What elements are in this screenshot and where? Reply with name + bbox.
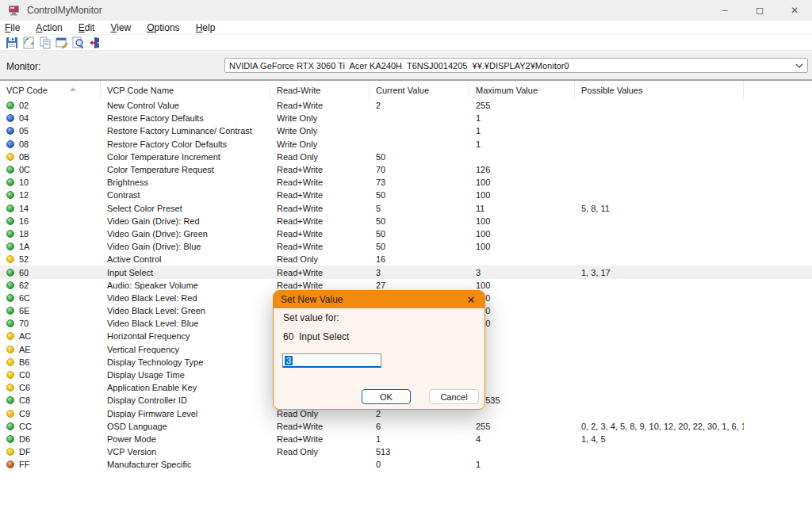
table-row[interactable]: 18Video Gain (Drive): GreenRead+Write501… bbox=[0, 227, 812, 240]
read-write-cell: Read Only bbox=[270, 409, 370, 418]
vcp-code: 6E bbox=[19, 306, 29, 315]
vcp-code: B6 bbox=[19, 357, 29, 367]
vcp-code-cell: 1A bbox=[0, 242, 101, 251]
table-row[interactable]: 10BrightnessRead+Write73100 bbox=[0, 176, 812, 189]
column-header-label: VCP Code Name bbox=[107, 86, 174, 95]
vcp-name-cell: Video Gain (Drive): Green bbox=[101, 229, 270, 239]
minimize-button[interactable]: – bbox=[707, 0, 742, 21]
read-write-cell: Write Only bbox=[270, 139, 370, 149]
current-value-cell: 50 bbox=[370, 152, 469, 162]
vcp-name-cell: Restore Factory Color Defaults bbox=[101, 139, 270, 149]
status-dot-icon bbox=[6, 127, 14, 135]
read-write-cell: Read+Write bbox=[270, 216, 370, 226]
table-row[interactable]: 12ContrastRead+Write50100 bbox=[0, 189, 812, 201]
table-row[interactable]: 16Video Gain (Drive): RedRead+Write50100 bbox=[0, 215, 812, 227]
status-dot-icon bbox=[6, 371, 14, 379]
current-value-cell: 0 bbox=[370, 460, 469, 469]
maximum-value-cell: 100 bbox=[469, 178, 575, 187]
vcp-code: C9 bbox=[19, 409, 30, 418]
vcp-code: 0C bbox=[19, 165, 30, 174]
vcp-code: 62 bbox=[19, 281, 29, 290]
properties-icon[interactable] bbox=[56, 36, 68, 49]
value-input[interactable]: 3 bbox=[282, 353, 381, 368]
ok-button[interactable]: OK bbox=[362, 389, 411, 404]
status-dot-icon bbox=[6, 384, 14, 392]
table-row[interactable]: CCOSD LanguageRead+Write62550, 2, 3, 4, … bbox=[0, 420, 812, 433]
controlmymonitor-window: ControlMyMonitor – ◻ ✕ File Action Edit … bbox=[0, 0, 812, 508]
table-row[interactable]: 14Select Color PresetRead+Write5115, 8, … bbox=[0, 202, 812, 215]
maximum-value-cell: 1 bbox=[469, 139, 575, 149]
column-header-read-write[interactable]: Read-Write bbox=[270, 81, 370, 99]
column-header-label: Possible Values bbox=[581, 86, 642, 95]
table-row[interactable]: 04Restore Factory DefaultsWrite Only1 bbox=[0, 112, 812, 124]
vcp-code: 1A bbox=[19, 242, 29, 251]
column-header-vcp-code-name[interactable]: VCP Code Name bbox=[101, 81, 270, 99]
status-dot-icon bbox=[6, 307, 14, 315]
table-row[interactable]: 1AVideo Gain (Drive): BlueRead+Write5010… bbox=[0, 240, 812, 253]
close-button[interactable]: ✕ bbox=[777, 0, 812, 21]
vcp-code: 12 bbox=[19, 190, 29, 200]
status-dot-icon bbox=[6, 422, 14, 430]
monitor-label: Monitor: bbox=[6, 61, 40, 72]
table-row[interactable]: FFManufacturer Specific01 bbox=[0, 458, 812, 471]
cancel-button[interactable]: Cancel bbox=[429, 389, 479, 404]
read-write-cell: Read+Write bbox=[270, 422, 370, 431]
menu-file[interactable]: File bbox=[0, 22, 28, 33]
current-value-cell: 2 bbox=[370, 101, 469, 110]
vcp-name-cell: Video Black Level: Blue bbox=[101, 319, 270, 328]
table-row[interactable]: 05Restore Factory Luminance/ ContrastWri… bbox=[0, 124, 812, 137]
table-row[interactable]: DFVCP VersionRead Only513 bbox=[0, 445, 812, 458]
menu-help[interactable]: Help bbox=[188, 22, 224, 33]
table-row[interactable]: 08Restore Factory Color DefaultsWrite On… bbox=[0, 138, 812, 151]
table-row[interactable]: 0BColor Temperature IncrementRead Only50 bbox=[0, 151, 812, 163]
monitor-select[interactable]: NVIDIA GeForce RTX 3060 Ti Acer KA240H T… bbox=[224, 58, 808, 73]
vcp-code: 08 bbox=[19, 139, 29, 149]
menu-edit[interactable]: Edit bbox=[71, 22, 103, 33]
vcp-name-cell: Display Firmware Level bbox=[101, 409, 270, 418]
read-write-cell: Read+Write bbox=[270, 229, 370, 239]
table-row[interactable]: 52Active ControlRead Only16 bbox=[0, 253, 812, 265]
table-row[interactable]: 0CColor Temperature RequestRead+Write701… bbox=[0, 163, 812, 176]
refresh-icon[interactable] bbox=[22, 36, 35, 49]
possible-values-cell: 0, 2, 3, 4, 5, 8, 9, 10, 12, 20, 22, 30,… bbox=[575, 422, 744, 431]
vcp-code-cell: 6E bbox=[0, 306, 101, 315]
dialog-close-icon[interactable]: ✕ bbox=[465, 294, 477, 306]
status-dot-icon bbox=[6, 166, 14, 174]
monitor-value: NVIDIA GeForce RTX 3060 Ti Acer KA240H T… bbox=[225, 61, 793, 71]
find-icon[interactable] bbox=[72, 36, 85, 49]
column-header-maximum-value[interactable]: Maximum Value bbox=[469, 81, 575, 99]
table-row[interactable]: 02New Control ValueRead+Write2255 bbox=[0, 99, 812, 112]
vcp-name-cell: Video Gain (Drive): Red bbox=[101, 216, 270, 226]
copy-icon[interactable] bbox=[39, 36, 52, 49]
vcp-name-cell: Contrast bbox=[101, 190, 270, 200]
cancel-button-label: Cancel bbox=[440, 392, 467, 402]
column-header-current-value[interactable]: Current Value bbox=[370, 81, 469, 99]
maximum-value-cell: 126 bbox=[469, 165, 575, 174]
column-header-possible-values[interactable]: Possible Values bbox=[575, 81, 744, 99]
vcp-code-cell: 0C bbox=[0, 165, 101, 174]
column-header-label: VCP Code bbox=[6, 86, 48, 95]
vcp-code-cell: FF bbox=[0, 460, 101, 469]
read-write-cell: Read Only bbox=[270, 254, 370, 264]
menu-options[interactable]: Options bbox=[139, 22, 187, 33]
set-new-value-dialog: Set New Value ✕ Set value for: 60 Input … bbox=[273, 290, 485, 410]
table-row[interactable]: D6Power ModeRead+Write141, 4, 5 bbox=[0, 433, 812, 445]
menu-view[interactable]: View bbox=[102, 22, 139, 33]
read-write-cell: Read+Write bbox=[270, 165, 370, 174]
column-header-vcp-code[interactable]: VCP Code bbox=[0, 81, 101, 99]
monitor-band: Monitor: NVIDIA GeForce RTX 3060 Ti Acer… bbox=[0, 51, 812, 81]
menu-action[interactable]: Action bbox=[28, 22, 70, 33]
dialog-title-bar[interactable]: Set New Value ✕ bbox=[274, 291, 485, 308]
read-write-cell: Read+Write bbox=[270, 178, 370, 187]
status-dot-icon bbox=[6, 346, 14, 353]
possible-values-cell: 1, 4, 5 bbox=[575, 434, 744, 444]
maximum-value-cell: 255 bbox=[469, 422, 575, 431]
table-row[interactable]: 60Input SelectRead+Write331, 3, 17 bbox=[0, 265, 812, 278]
exit-icon[interactable] bbox=[89, 36, 102, 49]
possible-values-cell: 1, 3, 17 bbox=[575, 268, 744, 277]
current-value-cell: 6 bbox=[370, 422, 469, 431]
save-icon[interactable] bbox=[6, 36, 18, 49]
current-value-cell: 73 bbox=[370, 178, 469, 187]
maximum-value-cell: 11 bbox=[469, 204, 575, 213]
maximize-button[interactable]: ◻ bbox=[742, 0, 777, 21]
